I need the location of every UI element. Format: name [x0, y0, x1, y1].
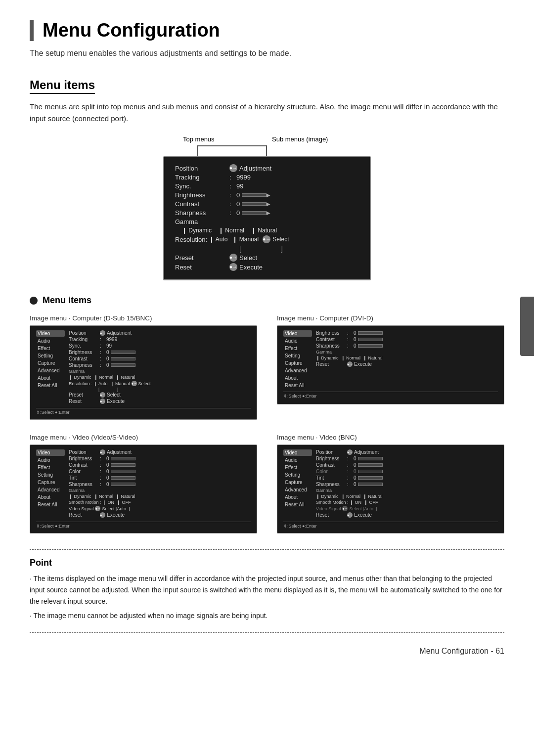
sidebar-about-3: About: [36, 494, 65, 500]
menu-reset-value: Execute: [239, 264, 263, 271]
sidebar-audio-1: Audio: [36, 338, 65, 344]
screenshot-cell-3: Image menu · Video (Video/S-Video) Video…: [30, 434, 257, 534]
menu-preset-label: Preset: [175, 254, 229, 262]
sidebar-resetall-3: Reset All: [36, 501, 65, 508]
menu-position-label: Position: [175, 165, 229, 172]
gamma-normal: ❙ Normal: [219, 227, 244, 234]
page-title: Menu Configuration: [30, 20, 504, 41]
point-text-1: The items displayed on the image menu wi…: [30, 573, 504, 607]
menu-preset-value: Select: [239, 254, 257, 262]
menu-tracking-label: Tracking: [175, 174, 229, 181]
page-footer: Menu Configuration - 61: [30, 647, 504, 656]
menu-tracking-value: 9999: [236, 174, 251, 181]
position-arrow: ●→: [229, 164, 237, 172]
content-1: Position●→Adjustment Tracking:9999 Sync.…: [69, 330, 251, 405]
gamma-dynamic: ❙ Dynamic: [182, 227, 212, 234]
section1-title: Menu items: [30, 78, 95, 94]
screenshot-cell-1: Image menu · Computer (D-Sub 15/BNC) Vid…: [30, 314, 257, 420]
menu-contrast-value: 0: [236, 200, 240, 208]
sidebar-resetall-4: Reset All: [283, 501, 312, 508]
content-4: Position●→Adjustment Brightness:0 Contra…: [316, 449, 498, 519]
label-top-menus: Top menus: [183, 135, 215, 143]
mini-screen-4: Video Audio Effect Setting Capture Advan…: [277, 445, 504, 534]
caption-2: Image menu · Computer (DVI-D): [277, 314, 504, 322]
sidebar-capture-3: Capture: [36, 479, 65, 486]
section-menu-items: Menu items The menus are split into top …: [30, 78, 504, 280]
label-sub-menus: Sub menus (image): [272, 135, 328, 143]
menu-sharpness-value: 0: [236, 209, 240, 217]
sidebar-video-3: Video: [36, 449, 65, 456]
menu-brightness-label: Brightness: [175, 191, 229, 199]
screenshot-cell-2: Image menu · Computer (DVI-D) Video Audi…: [277, 314, 504, 420]
sidebar-resetall-2: Reset All: [283, 382, 312, 389]
menu-reset-label: Reset: [175, 264, 229, 271]
sidebar-capture-4: Capture: [283, 479, 312, 486]
res-manual: ❙ Manual: [232, 236, 259, 243]
mini-screen-2: Video Audio Effect Setting Capture Advan…: [277, 325, 504, 404]
section-menu-items-bullet: Menu items Image menu · Computer (D-Sub …: [30, 295, 504, 534]
res-auto: ❙ Auto: [209, 236, 227, 243]
sidebar-video-2: Video: [283, 330, 312, 337]
menu-sync-label: Sync.: [175, 182, 229, 190]
page-number: Menu Configuration - 61: [419, 647, 504, 656]
sidebar-resetall-1: Reset All: [36, 382, 65, 389]
sidebar-effect-4: Effect: [283, 464, 312, 471]
submenu-section-title: Menu items: [30, 295, 504, 306]
sidebar-audio-4: Audio: [283, 457, 312, 463]
footer-1: ⇕:Select ●:Enter: [36, 408, 251, 415]
point-title: Point: [30, 558, 504, 568]
point-section: Point The items displayed on the image m…: [30, 549, 504, 633]
sidebar-capture-1: Capture: [36, 360, 65, 366]
screenshots-grid: Image menu · Computer (D-Sub 15/BNC) Vid…: [30, 314, 504, 534]
sidebar-audio-3: Audio: [36, 457, 65, 463]
sidebar-advanced-4: Advanced: [283, 487, 312, 493]
reset-arrow: ●→: [229, 263, 237, 271]
sidebar-setting-1: Setting: [36, 353, 65, 359]
gamma-natural: ❙ Natural: [251, 227, 277, 234]
sidebar-video-1: Video: [36, 330, 65, 337]
page-subtitle: The setup menu enables the various adjus…: [30, 49, 504, 58]
sidebar-video-4: Video: [283, 449, 312, 456]
menu-diagram: Top menus Sub menus (image) Position ●→ …: [30, 135, 504, 280]
sidebar-about-2: About: [283, 375, 312, 381]
sidebar-about-1: About: [36, 375, 65, 381]
sharpness-bar: [242, 211, 267, 215]
res-select: Select: [272, 236, 289, 243]
preset-arrow: ●→: [229, 254, 237, 262]
sidebar-advanced-3: Advanced: [36, 487, 65, 493]
sidebar-capture-2: Capture: [283, 360, 312, 366]
menu-sharpness-label: Sharpness: [175, 209, 229, 217]
content-3: Position●→Adjustment Brightness:0 Contra…: [69, 449, 251, 519]
sidebar-audio-2: Audio: [283, 338, 312, 344]
footer-2: ⇕:Select ●:Enter: [283, 392, 498, 399]
res-arrow: ●→: [263, 235, 270, 243]
sidebar-2: Video Audio Effect Setting Capture Advan…: [283, 330, 312, 389]
brightness-bar: [242, 193, 267, 197]
sidebar-effect-3: Effect: [36, 464, 65, 471]
sidebar-1: Video Audio Effect Setting Capture Advan…: [36, 330, 65, 405]
mini-screen-3: Video Audio Effect Setting Capture Advan…: [30, 445, 257, 534]
menu-brightness-value: 0: [236, 191, 240, 199]
sidebar-advanced-1: Advanced: [36, 367, 65, 374]
sidebar-setting-2: Setting: [283, 353, 312, 359]
content-2: Brightness:0 Contrast:0 Sharpness:0 Gamm…: [316, 330, 498, 389]
sidebar-setting-4: Setting: [283, 472, 312, 478]
menu-contrast-label: Contrast: [175, 200, 229, 208]
footer-4: ⇕:Select ●:Enter: [283, 522, 498, 529]
submenu-title-text: Menu items: [43, 295, 91, 306]
sidebar-setting-3: Setting: [36, 472, 65, 478]
screenshot-cell-4: Image menu · Video (BNC) Video Audio Eff…: [277, 434, 504, 534]
bullet-circle: [30, 297, 38, 305]
menu-resolution-label: Resolution: [175, 236, 205, 243]
section1-description: The menus are split into top menus and s…: [30, 101, 504, 125]
footer-3: ⇕:Select ●:Enter: [36, 522, 251, 529]
caption-4: Image menu · Video (BNC): [277, 434, 504, 441]
sidebar-advanced-2: Advanced: [283, 367, 312, 374]
sidebar-effect-1: Effect: [36, 345, 65, 352]
sidebar-about-4: About: [283, 494, 312, 500]
point-text-2: The image menu cannot be adjusted when n…: [30, 610, 504, 622]
caption-1: Image menu · Computer (D-Sub 15/BNC): [30, 314, 257, 322]
menu-sync-value: 99: [236, 182, 243, 190]
bracket-close: ]: [281, 245, 283, 253]
sidebar-effect-2: Effect: [283, 345, 312, 352]
